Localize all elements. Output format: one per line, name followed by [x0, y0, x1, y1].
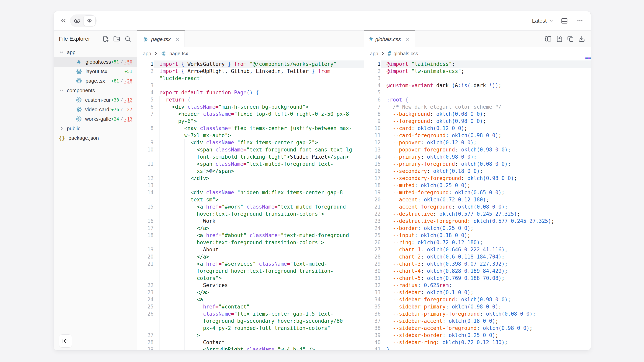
token: >	[194, 118, 197, 124]
panel-left-dashed-icon	[544, 35, 552, 42]
line-number: 12	[137, 175, 154, 182]
token: className	[259, 261, 287, 267]
line-number: 8	[137, 125, 154, 132]
code-line: 19About	[137, 246, 364, 253]
file-row-globals-css[interactable]: #globals.css+51/-50	[54, 57, 137, 67]
indent-guide	[197, 339, 197, 346]
file-diff-button[interactable]	[556, 35, 563, 42]
code-line: 27--chart-1: oklch(0.646 0.222 41.116);	[364, 246, 591, 253]
breadcrumb-folder[interactable]: app	[143, 51, 151, 56]
chevrons-left-icon	[60, 17, 67, 24]
token: --card	[393, 125, 412, 131]
diff-stats: +33/-12	[111, 97, 132, 102]
indent-guide	[184, 246, 184, 253]
split-view-button[interactable]	[544, 35, 552, 42]
indent-guide	[160, 146, 160, 160]
version-dropdown[interactable]: Latest	[532, 18, 554, 24]
code-text: :root {	[381, 96, 591, 103]
token: :	[421, 247, 427, 253]
indent-guide	[172, 282, 172, 289]
download-button[interactable]	[578, 35, 585, 42]
line-number: 32	[364, 282, 381, 289]
code-text: --sidebar-accent: oklch(0.18 0 0);	[381, 317, 591, 325]
token: oklch(0.18 0 0)	[421, 232, 468, 238]
indent-guide	[184, 189, 184, 203]
tab-globals-css[interactable]: # globals.css	[364, 30, 415, 47]
token: ;	[468, 182, 470, 188]
close-tab-icon[interactable]	[405, 37, 410, 42]
token: className	[203, 111, 231, 117]
code-line: 25href="#contact"	[137, 303, 364, 310]
code-text: <span className="text-foreground font-sa…	[154, 146, 364, 160]
preview-toggle-button[interactable]	[71, 15, 83, 26]
file-row-works-galler[interactable]: works-galler...+24/-13	[54, 114, 137, 124]
code-line: 25--input: oklch(0.18 0 0);	[364, 232, 591, 239]
indent-guide	[160, 310, 160, 332]
line-number: 20	[364, 196, 381, 203]
collapse-panel-button[interactable]	[58, 16, 68, 25]
indent-guide	[184, 332, 184, 339]
indent-guide	[172, 303, 172, 310]
indent-guide	[387, 103, 387, 110]
token: oklch(0.08 0 0)	[461, 161, 508, 167]
token: --sidebar-accent-foreground	[393, 325, 477, 331]
token: "#work"	[222, 204, 244, 210]
line-number: 17	[137, 225, 154, 232]
token: >	[218, 275, 222, 281]
token: {	[405, 97, 408, 103]
file-row-video-card-tsx[interactable]: video-card.tsx+76/-27	[54, 105, 137, 114]
token: :	[433, 211, 439, 217]
tab-page-tsx[interactable]: page.tsx	[137, 30, 185, 47]
file-row-custom-curs[interactable]: custom-curs...+33/-12	[54, 95, 137, 105]
code-line: 18<a href="#about" className="text-muted…	[137, 232, 364, 246]
token: --sidebar-ring	[393, 340, 436, 345]
token: >	[306, 104, 309, 110]
code-text: --sidebar-primary: oklch(0.98 0 0);	[381, 303, 591, 310]
token: :	[421, 268, 427, 274]
code-line: 10<span className="text-foreground font-…	[137, 146, 364, 160]
token: :	[412, 240, 418, 245]
folder-row-app[interactable]: app	[54, 47, 137, 57]
indent-guide	[184, 346, 184, 350]
token: dark	[433, 82, 452, 88]
indent-guide	[160, 103, 160, 110]
file-plus-icon	[102, 35, 109, 42]
new-folder-button[interactable]	[113, 35, 120, 42]
diff-stats: +24/-13	[111, 117, 132, 121]
folder-row-components[interactable]: components	[54, 86, 137, 95]
more-options-button[interactable]	[575, 16, 585, 25]
editor-globals-css: # globals.css	[364, 30, 591, 350]
collapse-sidebar-button[interactable]	[59, 335, 72, 348]
token: --sidebar-foreground	[393, 297, 455, 303]
file-row-package-json[interactable]: {}package.json	[54, 133, 137, 143]
token: >	[321, 211, 324, 217]
search-files-button[interactable]	[124, 35, 131, 42]
line-number: 1	[364, 60, 381, 68]
token: "w-4 h-4"	[278, 347, 306, 350]
indent-guide	[160, 303, 160, 310]
indent-guide	[387, 282, 387, 289]
file-row-layout-tsx[interactable]: layout.tsx+51	[54, 67, 137, 76]
token: from	[234, 61, 246, 67]
copy-code-button[interactable]	[567, 35, 574, 42]
code-area-globals-css[interactable]: 1@import "tailwindcss";2@import "tw-anim…	[364, 60, 591, 350]
code-toggle-button[interactable]	[83, 15, 96, 26]
file-row-page-tsx[interactable]: page.tsx+81/-28	[54, 76, 137, 86]
close-tab-icon[interactable]	[174, 37, 180, 42]
code-area-page-tsx[interactable]: 1import { WorksGallery } from "@/compone…	[137, 60, 364, 350]
indent-guide	[184, 218, 184, 225]
token: :	[455, 161, 461, 167]
token: =	[216, 304, 219, 310]
code-text: Work	[154, 218, 364, 225]
panel-layout-button[interactable]	[560, 16, 569, 25]
indent-guide	[160, 296, 160, 303]
token: :	[449, 190, 455, 195]
indent-guide	[387, 168, 387, 175]
breadcrumb-folder[interactable]: app	[370, 51, 378, 56]
indent-guide	[172, 189, 172, 203]
code-text: --chart-2: oklch(0.6 0.118 184.704);	[381, 253, 591, 260]
folder-row-public[interactable]: public	[54, 124, 137, 133]
code-text: /* New dark elegant color scheme */	[381, 103, 591, 110]
new-file-button[interactable]	[102, 35, 109, 42]
token: :	[430, 118, 436, 124]
